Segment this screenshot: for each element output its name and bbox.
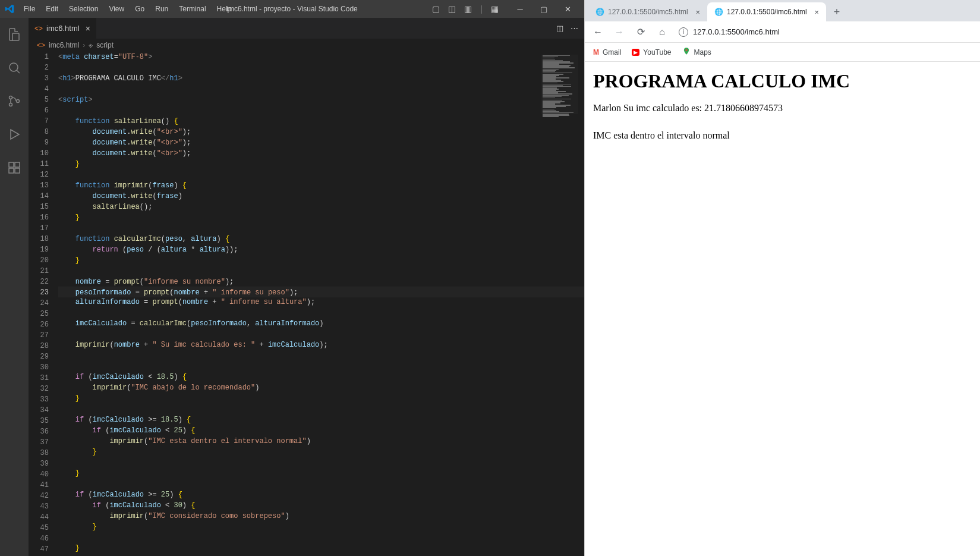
chevron-right-icon: › xyxy=(83,41,85,49)
editor-tabs: <> imc6.html × ◫ ⋯ xyxy=(29,18,584,39)
window-controls: ─ ▢ ✕ xyxy=(508,0,579,18)
search-icon[interactable] xyxy=(0,56,29,80)
svg-point-0 xyxy=(10,63,18,71)
bookmark-label: YouTube xyxy=(643,48,671,56)
run-debug-icon[interactable] xyxy=(0,122,29,146)
menu-run[interactable]: Run xyxy=(150,2,173,15)
bookmark-maps[interactable]: Maps xyxy=(682,47,711,57)
editor-tab-label: imc6.html xyxy=(46,24,80,33)
title-bar: File Edit Selection View Go Run Terminal… xyxy=(0,0,584,18)
minimize-button[interactable]: ─ xyxy=(508,0,532,18)
source-control-icon[interactable] xyxy=(0,89,29,113)
svg-rect-5 xyxy=(9,168,14,173)
close-icon[interactable]: × xyxy=(86,24,90,33)
menu-selection[interactable]: Selection xyxy=(64,2,103,15)
youtube-icon: ▶ xyxy=(632,49,639,56)
more-actions-icon[interactable]: ⋯ xyxy=(571,24,578,33)
menu-go[interactable]: Go xyxy=(130,2,149,15)
home-button[interactable]: ⌂ xyxy=(654,24,670,40)
browser-tab-label: 127.0.0.1:5500/imc5.html xyxy=(608,8,688,16)
menu-file[interactable]: File xyxy=(19,2,40,15)
maximize-button[interactable]: ▢ xyxy=(532,0,556,18)
svg-point-3 xyxy=(17,100,20,103)
new-tab-button[interactable]: + xyxy=(828,4,845,20)
layout-controls: ▢ ◫ ▥ | ▦ xyxy=(432,4,499,14)
back-button[interactable]: ← xyxy=(590,24,606,40)
forward-button[interactable]: → xyxy=(611,24,628,40)
svg-point-1 xyxy=(10,96,12,99)
breadcrumb-symbol[interactable]: script xyxy=(96,41,114,49)
minimap[interactable] xyxy=(541,55,578,114)
close-icon[interactable]: × xyxy=(695,8,700,17)
menu-edit[interactable]: Edit xyxy=(41,2,63,15)
close-button[interactable]: ✕ xyxy=(556,0,579,18)
line-numbers: 1234567891011121314151617181920212223242… xyxy=(29,52,58,556)
info-icon[interactable]: i xyxy=(679,27,688,37)
panel-icon[interactable]: ◫ xyxy=(448,4,456,14)
window-title: imc6.html - proyecto - Visual Studio Cod… xyxy=(226,5,358,13)
bookmark-youtube[interactable]: ▶ YouTube xyxy=(632,48,671,56)
globe-icon: 🌐 xyxy=(595,8,604,16)
breadcrumb-file[interactable]: imc6.html xyxy=(49,41,79,49)
svg-rect-4 xyxy=(9,162,14,167)
layout-customize-icon[interactable]: ▦ xyxy=(491,4,499,14)
panel-icon[interactable]: ▥ xyxy=(464,4,472,14)
code-editor[interactable]: 1234567891011121314151617181920212223242… xyxy=(29,52,584,556)
close-icon[interactable]: × xyxy=(814,8,819,17)
browser-window: 🌐 127.0.0.1:5500/imc5.html × 🌐 127.0.0.1… xyxy=(584,0,980,556)
globe-icon: 🌐 xyxy=(714,8,723,16)
reload-button[interactable]: ⟳ xyxy=(632,24,649,40)
address-bar[interactable]: i 127.0.0.1:5500/imc6.html xyxy=(675,27,975,37)
maps-icon xyxy=(682,47,691,57)
gmail-icon: M xyxy=(593,48,599,56)
page-content: PROGRAMA CALCULO IMC Marlon Su imc calcu… xyxy=(585,62,980,166)
explorer-icon[interactable] xyxy=(0,23,29,46)
split-editor-icon[interactable]: ◫ xyxy=(556,24,563,33)
activity-bar xyxy=(0,18,29,556)
page-line-1: Marlon Su imc calculado es: 21.718066089… xyxy=(593,103,972,114)
vscode-window: File Edit Selection View Go Run Terminal… xyxy=(0,0,584,556)
html-file-icon: <> xyxy=(34,24,43,33)
html-file-icon: <> xyxy=(37,41,45,49)
menu-view[interactable]: View xyxy=(104,2,129,15)
menu-terminal[interactable]: Terminal xyxy=(174,2,210,15)
menu-bar: File Edit Selection View Go Run Terminal… xyxy=(19,2,236,15)
browser-tab-label: 127.0.0.1:5500/imc6.html xyxy=(727,8,807,16)
url-text: 127.0.0.1:5500/imc6.html xyxy=(693,27,780,36)
code-content[interactable]: <meta charset="UTF-8"> <h1>PROGRAMA CALC… xyxy=(58,52,584,556)
symbol-icon: ⟐ xyxy=(89,41,93,49)
extensions-icon[interactable] xyxy=(0,156,29,180)
browser-toolbar: ← → ⟳ ⌂ i 127.0.0.1:5500/imc6.html xyxy=(585,21,980,43)
breadcrumb[interactable]: <> imc6.html › ⟐ script xyxy=(29,39,584,52)
browser-tabs: 🌐 127.0.0.1:5500/imc5.html × 🌐 127.0.0.1… xyxy=(585,0,980,21)
editor-tab-imc6[interactable]: <> imc6.html × xyxy=(29,18,97,39)
bookmark-gmail[interactable]: M Gmail xyxy=(593,48,621,56)
bookmarks-bar: M Gmail ▶ YouTube Maps xyxy=(585,43,980,62)
svg-rect-6 xyxy=(15,168,20,173)
page-heading: PROGRAMA CALCULO IMC xyxy=(593,70,972,92)
panel-icon[interactable]: ▢ xyxy=(432,4,440,14)
svg-point-2 xyxy=(10,103,12,106)
svg-point-8 xyxy=(685,49,687,51)
bookmark-label: Gmail xyxy=(603,48,621,56)
browser-tab-imc5[interactable]: 🌐 127.0.0.1:5500/imc5.html × xyxy=(588,2,707,21)
browser-tab-imc6[interactable]: 🌐 127.0.0.1:5500/imc6.html × xyxy=(707,2,826,21)
editor-area: <> imc6.html × ◫ ⋯ <> imc6.html › ⟐ scri… xyxy=(29,18,584,556)
vscode-logo-icon xyxy=(5,4,14,14)
bookmark-label: Maps xyxy=(694,48,711,56)
svg-rect-7 xyxy=(15,162,20,167)
page-line-2: IMC esta dentro el intervalo normal xyxy=(593,130,972,141)
